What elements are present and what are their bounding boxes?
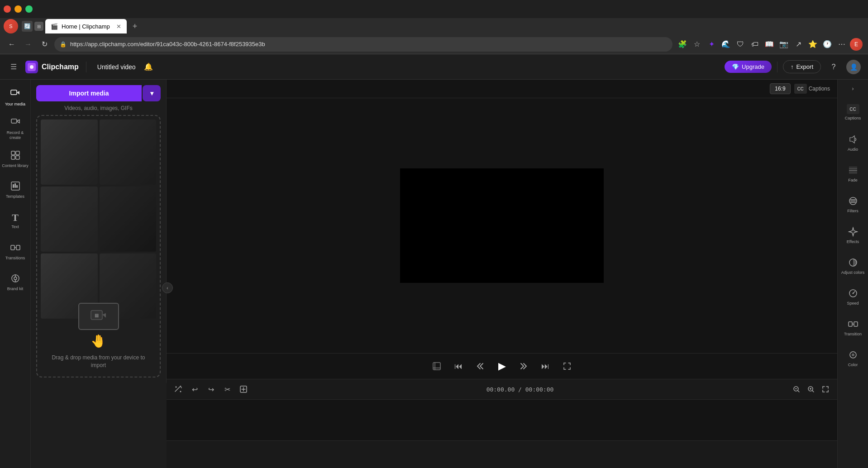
coupon-btn[interactable]: 🏷 (749, 38, 761, 51)
reader-btn[interactable]: 📖 (763, 38, 776, 51)
favorites-btn[interactable]: ⭐ (806, 38, 819, 51)
fullscreen-btn[interactable] (560, 359, 574, 373)
zoom-in-btn[interactable] (805, 383, 817, 396)
magic-btn[interactable] (172, 383, 185, 396)
sidebar-item-templates[interactable]: Templates (1, 176, 30, 205)
sidebar-item-brand-kit-label: Brand kit (7, 287, 24, 291)
window-maximize-btn[interactable] (25, 5, 33, 13)
browser-chrome: S 🔄 ⊞ 🎬 Home | Clipchamp ✕ + ← → ↻ 🔒 htt… (0, 0, 868, 54)
sidebar-item-transitions[interactable]: Transitions (1, 237, 30, 266)
text-icon: T (12, 213, 19, 223)
copilot-btn[interactable]: ✦ (705, 38, 718, 51)
window-minimize-btn[interactable] (14, 5, 22, 13)
sidebar-item-record-create[interactable]: Record & create (1, 114, 30, 143)
address-bar[interactable]: 🔒 https://app.clipchamp.com/editor/91ca0… (54, 37, 672, 52)
more-btn[interactable]: ⋯ (835, 38, 848, 51)
active-browser-tab[interactable]: 🎬 Home | Clipchamp ✕ (45, 19, 127, 33)
panel-collapse-btn[interactable]: ‹ (162, 282, 173, 293)
svg-rect-9 (16, 156, 19, 159)
svg-line-33 (798, 391, 799, 392)
history-btn[interactable]: 🕐 (821, 38, 834, 51)
export-button[interactable]: ↑ Export (783, 60, 821, 73)
sidebar-item-text[interactable]: T Text (1, 206, 30, 235)
right-sidebar-collapse-btn[interactable]: › (848, 83, 858, 94)
audio-icon (848, 134, 858, 145)
redo-btn[interactable]: ↪ (205, 383, 217, 396)
sidebar-item-content-library[interactable]: Content library (1, 145, 30, 174)
svg-point-17 (14, 277, 17, 280)
app-title[interactable]: Untitled video (97, 63, 136, 71)
fit-btn[interactable] (819, 383, 832, 396)
refresh-btn[interactable]: ↻ (38, 38, 51, 51)
crop-btn[interactable] (429, 359, 444, 373)
screenshot-btn[interactable]: 📷 (777, 38, 790, 51)
cut-btn[interactable]: ✂ (221, 383, 234, 396)
user-avatar[interactable]: 👤 (846, 60, 861, 74)
drop-zone-text: Drag & drop media from your device to im… (44, 354, 153, 369)
canvas-toolbar: 16:9 CC Captions (167, 80, 837, 98)
skip-back-btn[interactable] (473, 359, 487, 373)
new-tab-btn[interactable]: + (129, 20, 141, 33)
sidebar-item-your-media[interactable]: Your media (1, 83, 30, 112)
rename-bell-btn[interactable]: 🔔 (141, 60, 156, 74)
browser-navbar: ← → ↻ 🔒 https://app.clipchamp.com/editor… (0, 34, 868, 54)
svg-text:▦: ▦ (95, 313, 99, 318)
speed-icon (848, 288, 858, 299)
timeline-track-area[interactable] (167, 400, 837, 440)
zoom-out-btn[interactable] (790, 383, 803, 396)
audio-panel-label: Audio (848, 147, 858, 152)
sidebar-item-audio[interactable]: Audio (839, 129, 868, 158)
import-dropdown-button[interactable]: ▾ (143, 85, 161, 101)
transition-panel-label: Transition (844, 332, 862, 336)
adblock-btn[interactable]: 🛡 (734, 38, 747, 51)
sidebar-item-color[interactable]: Color (839, 344, 868, 373)
fast-forward-btn[interactable]: ⏭ (538, 359, 553, 373)
rewind-btn[interactable]: ⏮ (451, 359, 466, 373)
sidebar-item-effects[interactable]: Effects (839, 221, 868, 250)
sidebar-item-brand-kit[interactable]: Brand kit (1, 268, 30, 297)
edge-btn[interactable]: 🌊 (720, 38, 732, 51)
address-text: https://app.clipchamp.com/editor/91ca043… (70, 41, 265, 48)
upgrade-button[interactable]: 💎 Upgrade (725, 61, 772, 73)
svg-marker-3 (17, 91, 19, 95)
sidebar-item-fade[interactable]: Fade (839, 159, 868, 188)
bookmark-btn[interactable]: ☆ (691, 38, 703, 51)
sidebar-item-filters[interactable]: Filters (839, 190, 868, 219)
menu-btn[interactable]: ☰ (7, 61, 20, 73)
sidebar-item-adjust-colors[interactable]: Adjust colors (839, 252, 868, 281)
forward-btn[interactable]: → (22, 38, 34, 51)
add-media-btn[interactable] (237, 383, 250, 396)
record-create-icon (10, 117, 20, 129)
tab-close-btn[interactable]: ✕ (116, 23, 121, 30)
back-btn[interactable]: ← (5, 38, 18, 51)
share-btn[interactable]: ↗ (792, 38, 805, 51)
timeline-toolbar: ↩ ↪ ✂ 00:00.00 / 00:00:00 (167, 379, 837, 400)
help-btn[interactable]: ? (826, 60, 841, 74)
window-close-btn[interactable] (4, 5, 11, 13)
header-divider (86, 62, 86, 72)
effects-panel-label: Effects (847, 239, 859, 244)
user-profile-btn[interactable]: E (850, 38, 863, 51)
export-label: Export (796, 63, 813, 70)
skip-forward-btn[interactable] (516, 359, 531, 373)
sidebar-item-transitions-label: Transitions (5, 256, 25, 261)
browser-profile-btn[interactable]: S (4, 19, 18, 33)
extensions-btn[interactable]: 🧩 (676, 38, 689, 51)
captions-btn[interactable]: CC Captions (794, 84, 830, 94)
svg-point-51 (852, 293, 854, 294)
browser-tabs: S 🔄 ⊞ 🎬 Home | Clipchamp ✕ + (0, 18, 868, 34)
svg-marker-5 (17, 119, 19, 123)
play-button[interactable]: ▶ (495, 359, 509, 373)
aspect-ratio-button[interactable]: 16:9 (770, 83, 790, 94)
sidebar-item-speed[interactable]: Speed (839, 282, 868, 311)
browser-extension-icon[interactable]: 🔄 (22, 21, 33, 32)
drop-zone[interactable]: ▦ 🤚 Drag & drop media from your device t… (36, 115, 161, 377)
sidebar-item-captions[interactable]: CC Captions (839, 98, 868, 127)
svg-rect-23 (433, 363, 440, 370)
import-media-button[interactable]: Import media (36, 85, 142, 101)
sidebar-item-transition[interactable]: Transition (839, 313, 868, 342)
canvas-area: 16:9 CC Captions (167, 80, 837, 379)
undo-btn[interactable]: ↩ (188, 383, 201, 396)
upgrade-label: Upgrade (742, 63, 764, 70)
tab-group-icon[interactable]: ⊞ (34, 22, 43, 31)
